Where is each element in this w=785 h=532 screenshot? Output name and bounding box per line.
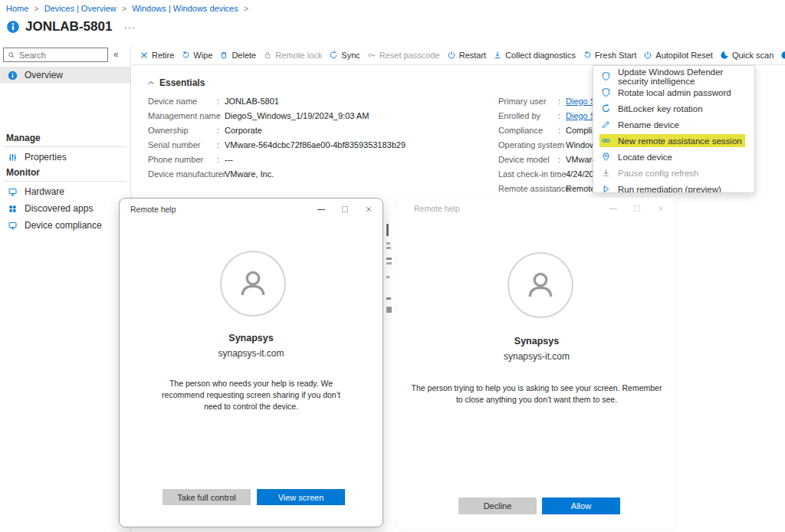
sidebar-manage-list: Properties xyxy=(0,149,130,166)
context-menu-item[interactable]: New remote assistance session xyxy=(593,133,754,149)
context-menu-item-content: Update Windows Defender security intelli… xyxy=(599,66,748,87)
field-label: Remote assistance xyxy=(498,184,558,193)
allow-button[interactable]: Allow xyxy=(542,498,620,514)
context-menu-item-label: New remote assistance session xyxy=(618,136,742,146)
device-actions-context-menu: Update Windows Defender security intelli… xyxy=(593,65,755,193)
minimize-icon xyxy=(609,209,617,209)
context-menu-item-label: BitLocker key rotation xyxy=(618,104,703,113)
take-full-control-button[interactable]: Take full control xyxy=(163,489,251,505)
context-menu-item-icon xyxy=(601,120,611,130)
sidebar-item[interactable]: Hardware xyxy=(0,183,130,200)
minimize-button[interactable] xyxy=(317,209,325,210)
field-value: JONLAB-5801 xyxy=(225,97,279,106)
context-menu-item[interactable]: Pause config refresh xyxy=(593,165,754,181)
field-label: Device name xyxy=(148,97,217,106)
context-menu-item-icon xyxy=(601,71,611,81)
toolbar-button[interactable]: Delete xyxy=(219,51,256,60)
toolbar-button-icon xyxy=(780,51,785,60)
minimize-button[interactable] xyxy=(609,209,617,209)
view-screen-button[interactable]: View screen xyxy=(257,489,345,505)
breadcrumb-item[interactable]: Devices | Overview xyxy=(44,4,117,13)
field-separator: : xyxy=(217,140,223,149)
context-menu-item[interactable]: Update Windows Defender security intelli… xyxy=(593,68,754,84)
dialog-buttons: Decline Allow xyxy=(458,498,620,514)
toolbar-button-icon xyxy=(181,51,190,60)
toolbar-button[interactable]: Remote lock xyxy=(263,51,322,60)
toolbar-button[interactable]: Fresh Start xyxy=(583,51,636,60)
toolbar-button[interactable]: Wipe xyxy=(181,51,212,60)
sidebar-collapse-button[interactable]: « xyxy=(113,49,119,60)
org-domain: synapsys-it.com xyxy=(399,351,675,362)
window-title: Remote help xyxy=(130,205,176,214)
window-title: Remote help xyxy=(414,204,460,213)
toolbar-button[interactable]: Reset passcode xyxy=(367,51,440,60)
search-icon xyxy=(8,51,15,59)
toolbar-button[interactable]: Quick scan xyxy=(720,51,774,60)
toolbar-button-label: Delete xyxy=(232,51,256,60)
device-actions-toolbar: Retire Wipe Delete Remote lock Sync Rese… xyxy=(140,47,785,64)
field-label: Phone number xyxy=(148,155,217,164)
breadcrumb-item[interactable]: Windows | Windows devices xyxy=(132,4,238,13)
field-label: Compliance xyxy=(498,126,558,135)
context-menu-item-content: Rotate local admin password xyxy=(599,86,734,99)
toolbar-button[interactable]: Restart xyxy=(447,51,486,60)
background-artifacts xyxy=(384,221,393,451)
search-input[interactable] xyxy=(19,51,96,60)
page-header: JONLAB-5801 ··· xyxy=(6,19,136,34)
sidebar-item-label: Hardware xyxy=(25,186,64,197)
context-menu-item[interactable]: Locate device xyxy=(593,149,754,165)
maximize-button[interactable] xyxy=(342,206,348,212)
field-label: Primary user xyxy=(498,97,558,106)
field-separator: : xyxy=(558,155,564,164)
field-separator: : xyxy=(217,111,223,120)
field-separator: : xyxy=(217,126,223,135)
toolbar-button[interactable]: Collect diagnostics xyxy=(493,51,576,60)
context-menu-item-content: Rename device xyxy=(599,118,682,131)
toolbar-button-icon xyxy=(583,51,592,60)
remote-help-window-helper: Remote help Synapsys synapsys-it.com The… xyxy=(119,198,383,527)
toolbar-button-icon xyxy=(367,51,376,60)
context-menu-item[interactable]: BitLocker key rotation xyxy=(593,100,754,117)
field-value: DiegoS_Windows_1/19/2024_9:03 AM xyxy=(225,111,369,120)
close-button[interactable] xyxy=(657,205,665,212)
title-more-button[interactable]: ··· xyxy=(123,21,136,33)
person-icon xyxy=(523,268,558,303)
dialog-message: The person trying to help you is asking … xyxy=(409,383,664,406)
sidebar-item-icon xyxy=(8,221,18,231)
toolbar-button[interactable]: Full scan xyxy=(780,51,785,60)
context-menu-item[interactable]: Rename device xyxy=(593,117,754,133)
sidebar-item-label: Device compliance xyxy=(25,220,102,231)
sidebar-item-label: Overview xyxy=(25,70,63,80)
field-separator: : xyxy=(558,140,564,149)
context-menu-item-icon xyxy=(601,184,611,193)
toolbar-button-icon xyxy=(720,51,729,60)
breadcrumb-item: > xyxy=(244,4,248,13)
toolbar-button[interactable]: Autopilot Reset xyxy=(643,51,713,60)
breadcrumb-item[interactable]: Home xyxy=(6,4,28,13)
sidebar-item[interactable]: Properties xyxy=(0,149,130,166)
toolbar-button-label: Sync xyxy=(341,51,360,60)
essentials-row: Management name : DiegoS_Windows_1/19/20… xyxy=(148,108,406,123)
person-icon xyxy=(235,266,271,301)
context-menu-item[interactable]: Run remediation (preview) xyxy=(593,181,754,193)
essentials-row: Serial number : VMware-564dcbc72f86ae00-… xyxy=(148,137,406,152)
close-button[interactable] xyxy=(365,205,373,213)
context-menu-item[interactable]: Rotate local admin password xyxy=(593,84,754,100)
toolbar-button-label: Fresh Start xyxy=(595,51,636,60)
decline-button[interactable]: Decline xyxy=(458,498,537,514)
sidebar-item[interactable]: Discovered apps xyxy=(0,200,130,217)
remote-help-window-sharer: Remote help Synapsys synapsys-it.com The… xyxy=(399,198,675,530)
sidebar-item-label: Discovered apps xyxy=(25,203,93,214)
toolbar-button-icon xyxy=(140,51,149,60)
collapse-essentials-icon[interactable] xyxy=(147,79,155,87)
sidebar-item[interactable]: Device compliance xyxy=(0,217,130,234)
toolbar-button[interactable]: Retire xyxy=(140,51,174,60)
field-label: Management name xyxy=(148,111,217,120)
maximize-button[interactable] xyxy=(634,205,640,212)
toolbar-button[interactable]: Sync xyxy=(329,51,360,60)
toolbar-button-icon xyxy=(643,51,652,60)
toolbar-button-label: Restart xyxy=(459,51,486,60)
maximize-icon xyxy=(634,205,640,212)
field-label: Enrolled by xyxy=(498,111,558,120)
sidebar-item-overview[interactable]: Overview xyxy=(0,67,130,84)
